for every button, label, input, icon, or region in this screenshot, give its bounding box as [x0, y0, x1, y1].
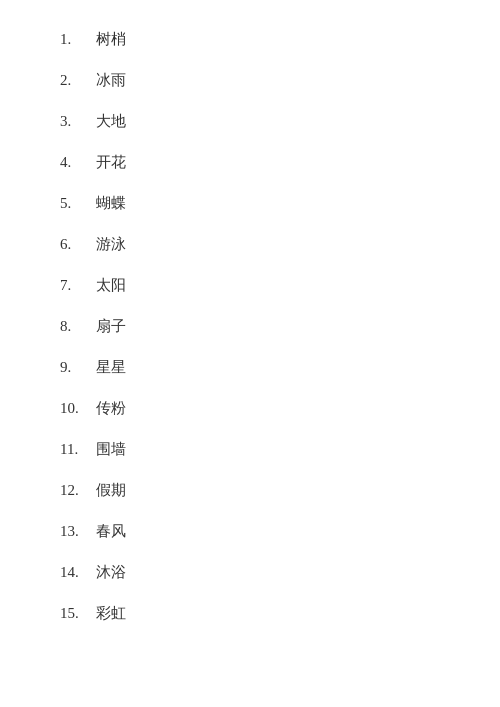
list-text: 沐浴 [96, 563, 126, 582]
list-number: 13. [60, 523, 96, 540]
list-item: 13.春风 [60, 522, 440, 541]
list-text: 太阳 [96, 276, 126, 295]
list-item: 15.彩虹 [60, 604, 440, 623]
list-item: 10.传粉 [60, 399, 440, 418]
list-item: 2.冰雨 [60, 71, 440, 90]
list-number: 8. [60, 318, 96, 335]
list-number: 14. [60, 564, 96, 581]
list-item: 7.太阳 [60, 276, 440, 295]
list-number: 4. [60, 154, 96, 171]
list-number: 6. [60, 236, 96, 253]
list-number: 15. [60, 605, 96, 622]
list-text: 大地 [96, 112, 126, 131]
list-item: 8.扇子 [60, 317, 440, 336]
list-text: 假期 [96, 481, 126, 500]
list-item: 6.游泳 [60, 235, 440, 254]
list-item: 12.假期 [60, 481, 440, 500]
list-text: 开花 [96, 153, 126, 172]
list-number: 3. [60, 113, 96, 130]
list-text: 冰雨 [96, 71, 126, 90]
list-text: 蝴蝶 [96, 194, 126, 213]
list-text: 彩虹 [96, 604, 126, 623]
list-item: 1.树梢 [60, 30, 440, 49]
list-item: 3.大地 [60, 112, 440, 131]
list-number: 7. [60, 277, 96, 294]
list-number: 1. [60, 31, 96, 48]
list-text: 星星 [96, 358, 126, 377]
list-number: 5. [60, 195, 96, 212]
list-text: 树梢 [96, 30, 126, 49]
list-item: 14.沐浴 [60, 563, 440, 582]
list-number: 10. [60, 400, 96, 417]
list-number: 9. [60, 359, 96, 376]
list-item: 5.蝴蝶 [60, 194, 440, 213]
list-text: 扇子 [96, 317, 126, 336]
list-item: 4.开花 [60, 153, 440, 172]
list-item: 11.围墙 [60, 440, 440, 459]
list-item: 9.星星 [60, 358, 440, 377]
main-list: 1.树梢2.冰雨3.大地4.开花5.蝴蝶6.游泳7.太阳8.扇子9.星星10.传… [0, 0, 500, 675]
list-number: 2. [60, 72, 96, 89]
list-text: 春风 [96, 522, 126, 541]
list-number: 11. [60, 441, 96, 458]
list-text: 游泳 [96, 235, 126, 254]
list-text: 围墙 [96, 440, 126, 459]
list-number: 12. [60, 482, 96, 499]
list-text: 传粉 [96, 399, 126, 418]
